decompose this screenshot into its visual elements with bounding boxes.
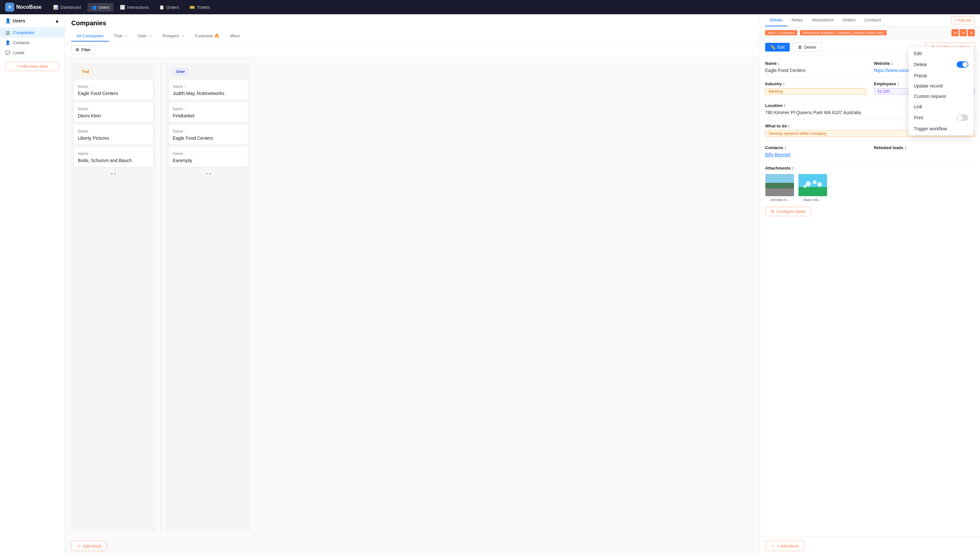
dropdown-item-update-record[interactable]: Update record bbox=[909, 81, 974, 91]
dropdown-item-link[interactable]: Link bbox=[909, 101, 974, 112]
dropdown-item-print[interactable]: Print bbox=[909, 112, 974, 124]
delete-toggle[interactable] bbox=[957, 61, 968, 68]
dropdown-item-popup[interactable]: Popup bbox=[909, 71, 974, 81]
dropdown-item-edit[interactable]: Edit bbox=[909, 48, 974, 59]
toggle-knob bbox=[962, 62, 968, 67]
dropdown-item-trigger-workflow[interactable]: Trigger workflow bbox=[909, 124, 974, 134]
dropdown-item-custom-request[interactable]: Custom request bbox=[909, 91, 974, 101]
dropdown-item-delete[interactable]: Delete bbox=[909, 59, 974, 71]
configure-actions-dropdown: Edit Delete Popup Update record Custom r… bbox=[909, 47, 974, 135]
toggle-knob bbox=[957, 115, 962, 120]
dropdown-overlay[interactable] bbox=[0, 0, 980, 555]
print-toggle[interactable] bbox=[957, 114, 968, 121]
